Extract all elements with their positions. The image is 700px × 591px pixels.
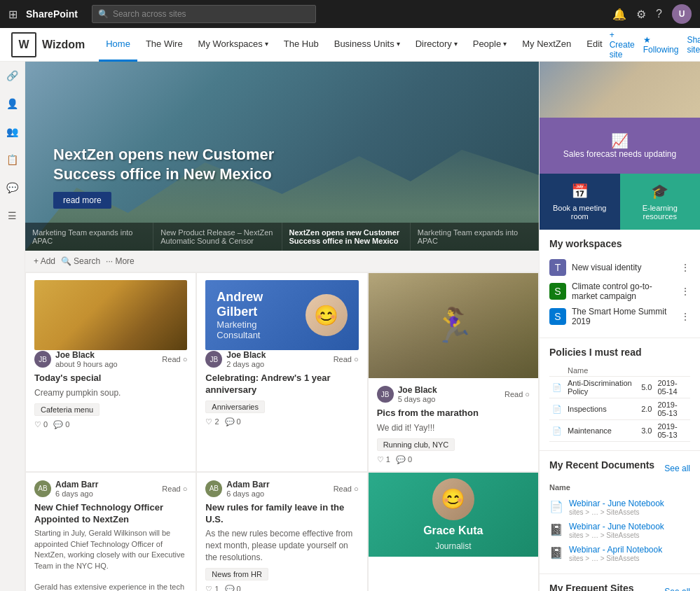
workspace-climate[interactable]: S Climate control go-to-market campaign … (549, 279, 690, 304)
card-excerpt: Creamy pumpkin soup. (34, 387, 187, 399)
create-site-btn[interactable]: + Create site (610, 30, 635, 60)
like-btn[interactable]: ♡ 0 (34, 420, 48, 429)
link-icon[interactable]: 🔗 (4, 67, 21, 84)
nav-wire[interactable]: The Wire (139, 28, 190, 62)
nav-home[interactable]: Home (99, 28, 137, 62)
help-icon[interactable]: ? (656, 8, 662, 20)
share-site-btn[interactable]: Share site (687, 35, 700, 55)
card-tag-2[interactable]: Anniversaries (205, 401, 265, 413)
andrew-person-title: Marketing Consultant (217, 319, 296, 340)
policy-icon-1: 📄 (552, 383, 562, 391)
card-read-btn[interactable]: Read ○ (162, 355, 187, 363)
card-excerpt-4: Starting in July, Gerald Wilkinson will … (34, 528, 187, 591)
hero-nav-item-3[interactable]: NextZen opens new Customer Success offic… (282, 223, 411, 251)
doc-item-3[interactable]: 📓 Webinar - April Notebook sites > … > S… (549, 542, 690, 565)
search-bar[interactable]: 🔍 Search across sites (92, 5, 316, 23)
nav-workspaces[interactable]: My Workspaces ▾ (191, 28, 275, 62)
card-author-name-2[interactable]: Joe Black (226, 350, 266, 360)
copy-icon[interactable]: 📋 (4, 151, 21, 168)
grace-name: Grace Kuta (423, 524, 483, 537)
group-icon[interactable]: 👥 (4, 123, 21, 140)
policy-row-2[interactable]: 📄 Inspections 2.0 2019-05-13 (549, 398, 690, 420)
chat-icon[interactable]: 💬 (4, 179, 21, 196)
hero-nav-item-1[interactable]: Marketing Team expands into APAC (25, 223, 153, 251)
nav-business[interactable]: Business Units ▾ (327, 28, 407, 62)
logo-box: W (11, 32, 36, 57)
workspace-more-1[interactable]: ⋮ (680, 262, 690, 273)
hero-nav-item-2[interactable]: New Product Release – NextZen Automatic … (153, 223, 282, 251)
search-icon: 🔍 (98, 9, 109, 19)
hero-nav-item-4[interactable]: Marketing Team expands into APAC (411, 223, 539, 251)
card-tag-3[interactable]: Running club, NYC (377, 438, 455, 451)
workspace-icon-2: S (549, 283, 566, 300)
doc-path-1: sites > … > SiteAssets (569, 508, 690, 516)
card-actions: ♡ 0 💬 0 (34, 420, 187, 429)
policy-row-1[interactable]: 📄 Anti-Discrimination Policy 5.0 2019-05… (549, 377, 690, 398)
doc-icon-1: 📄 (549, 500, 563, 513)
like-btn-2[interactable]: ♡ 2 (205, 417, 219, 426)
policies-table: Name 📄 Anti-Discrimination Policy 5.0 20… (549, 365, 690, 442)
recent-docs-title: My Recent Documents (549, 459, 654, 471)
policy-row-3[interactable]: 📄 Maintenance 3.0 2019-05-13 (549, 420, 690, 442)
card-read-btn-3[interactable]: Read ○ (505, 390, 530, 398)
recent-docs-header: My Recent Documents See all (549, 459, 690, 478)
hero-read-more-btn[interactable]: read more (53, 192, 111, 209)
like-btn-3[interactable]: ♡ 1 (377, 455, 390, 464)
grid-icon[interactable]: ⊞ (8, 8, 18, 21)
search-btn[interactable]: 🔍 Search (61, 256, 100, 266)
like-btn-5[interactable]: ♡ 1 (205, 585, 219, 591)
add-btn[interactable]: + Add (34, 256, 55, 266)
workspace-visual-identity[interactable]: T New visual identity ⋮ (549, 256, 690, 279)
recent-docs-section: My Recent Documents See all Name 📄 Webin… (540, 451, 700, 574)
card-tag[interactable]: Cafeteria menu (34, 403, 99, 416)
user-avatar[interactable]: U (672, 4, 692, 24)
doc-item-2[interactable]: 📓 Webinar - June Notebook sites > … > Si… (549, 519, 690, 542)
policy-version-2: 2.0 (638, 398, 654, 420)
book-meeting-tile[interactable]: 📅 Book a meeting room (540, 174, 620, 230)
book-meeting-label: Book a meeting room (549, 204, 610, 221)
card-author-name-5[interactable]: Adam Barr (226, 480, 269, 489)
nav-hub[interactable]: The Hub (277, 28, 326, 62)
doc-item-1[interactable]: 📄 Webinar - June Notebook sites > … > Si… (549, 496, 690, 519)
card-andrew-image: Andrew Gilbert Marketing Consultant 😊 (205, 280, 358, 350)
recent-docs-see-all[interactable]: See all (664, 464, 690, 473)
left-sidebar: 🔗 👤 👥 📋 💬 ☰ (0, 62, 25, 591)
card-author-name-3[interactable]: Joe Black (398, 385, 437, 395)
card-read-btn-2[interactable]: Read ○ (334, 355, 359, 363)
workspace-more-2[interactable]: ⋮ (680, 286, 690, 297)
card-author-avatar-5: AB (205, 480, 222, 497)
comment-btn-5[interactable]: 💬 0 (225, 585, 241, 591)
workspaces-section: My workspaces T New visual identity ⋮ S … (540, 230, 700, 338)
comment-btn-2[interactable]: 💬 0 (225, 417, 241, 426)
more-btn[interactable]: ··· More (106, 256, 135, 266)
nav-people[interactable]: People ▾ (466, 28, 514, 62)
comment-btn[interactable]: 💬 0 (53, 420, 69, 429)
nav-links: Home The Wire My Workspaces ▾ The Hub Bu… (99, 28, 610, 62)
card-tag-5[interactable]: News from HR (205, 568, 268, 580)
settings-icon[interactable]: ⚙ (636, 8, 646, 21)
nav-edit[interactable]: Edit (579, 28, 609, 62)
bell-icon[interactable]: 🔔 (612, 8, 626, 21)
sidebar-sales-forecast[interactable]: 📈 Sales forecast needs updating (540, 118, 700, 174)
workspace-summit[interactable]: S The Smart Home Summit 2019 ⋮ (549, 304, 690, 329)
card-read-btn-4[interactable]: Read ○ (162, 485, 187, 493)
card-time-5: 6 days ago (226, 489, 269, 498)
frequent-sites-see-all[interactable]: See all (664, 587, 690, 591)
card-actions-3: ♡ 1 💬 0 (377, 455, 530, 464)
card-author-name-4[interactable]: Adam Barr (55, 480, 98, 489)
person-icon[interactable]: 👤 (4, 95, 21, 112)
card-read-btn-5[interactable]: Read ○ (334, 485, 359, 493)
elearning-tile[interactable]: 🎓 E-learning resources (620, 174, 701, 230)
right-sidebar: 📈 Sales forecast needs updating 📅 Book a… (539, 62, 700, 591)
nav-nextzen[interactable]: My NextZen (515, 28, 578, 62)
top-brand: SharePoint (26, 8, 78, 20)
card-author-name[interactable]: Joe Black (55, 350, 118, 360)
hero-title: NextZen opens new Customer Success offic… (53, 145, 291, 185)
following-btn[interactable]: ★ Following (643, 35, 679, 55)
policy-version-3: 3.0 (638, 420, 654, 442)
list-icon[interactable]: ☰ (5, 207, 20, 224)
comment-btn-3[interactable]: 💬 0 (396, 455, 412, 464)
nav-directory[interactable]: Directory ▾ (409, 28, 465, 62)
site-logo[interactable]: W Wizdom (11, 32, 85, 57)
workspace-more-3[interactable]: ⋮ (680, 311, 690, 322)
